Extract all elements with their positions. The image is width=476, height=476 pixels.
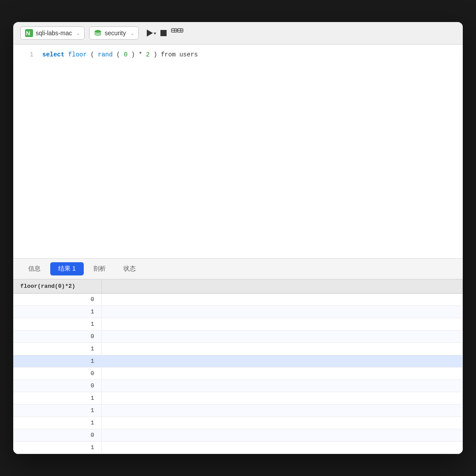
table-row: 1 bbox=[13, 442, 463, 454]
cell-empty bbox=[101, 405, 463, 417]
keyword-select: select bbox=[42, 51, 64, 58]
connection-chevron-icon: ⌄ bbox=[76, 31, 80, 36]
cell-value: 1 bbox=[13, 392, 101, 405]
table-row: 1 bbox=[13, 405, 463, 417]
cell-empty bbox=[101, 343, 463, 355]
cell-value: 0 bbox=[13, 331, 101, 343]
tab-analysis[interactable]: 剖析 bbox=[86, 262, 114, 275]
database-icon bbox=[94, 29, 102, 37]
cell-empty bbox=[101, 417, 463, 429]
cell-empty bbox=[101, 429, 463, 442]
paren-open1: ( bbox=[90, 51, 94, 58]
paren-close1: ) bbox=[153, 51, 157, 58]
paren-close2: ) bbox=[131, 51, 135, 58]
table-row: 1 bbox=[13, 417, 463, 429]
keyword-from: from bbox=[161, 51, 179, 58]
num-0: 0 bbox=[124, 51, 127, 58]
table-row: 1 bbox=[13, 306, 463, 318]
toolbar: N sqli-labs-mac ⌄ security ⌄ ▾ bbox=[13, 22, 463, 45]
table-row: 1 bbox=[13, 318, 463, 331]
tab-status[interactable]: 状态 bbox=[115, 262, 144, 275]
table-header-row: floor(rand(0)*2) bbox=[13, 279, 463, 294]
cell-value: 0 bbox=[13, 429, 101, 442]
cell-empty bbox=[101, 380, 463, 392]
table-row: 1 bbox=[13, 392, 463, 405]
run-dropdown-arrow-icon: ▾ bbox=[154, 31, 156, 36]
table-row: 0 bbox=[13, 429, 463, 442]
table-row: 1 bbox=[13, 355, 463, 368]
func-floor: floor bbox=[68, 51, 87, 58]
table-row: 1 bbox=[13, 343, 463, 355]
connection-dropdown[interactable]: N sqli-labs-mac ⌄ bbox=[20, 26, 85, 40]
explain-button[interactable] bbox=[171, 28, 183, 38]
code-line-1: 1 select floor ( rand ( 0 ) * 2 ) from u… bbox=[13, 50, 463, 60]
cell-empty bbox=[101, 318, 463, 331]
results-tabs-bar: 信息 结果 1 剖析 状态 bbox=[13, 259, 463, 279]
num-2: 2 bbox=[146, 51, 149, 58]
cell-empty bbox=[101, 331, 463, 343]
cell-value: 1 bbox=[13, 343, 101, 355]
run-triangle-icon bbox=[147, 30, 153, 37]
cell-empty bbox=[101, 306, 463, 318]
run-button[interactable]: ▾ bbox=[147, 30, 156, 37]
cell-empty bbox=[101, 392, 463, 405]
cell-value: 1 bbox=[13, 417, 101, 429]
cell-empty bbox=[101, 355, 463, 368]
cell-value: 1 bbox=[13, 442, 101, 454]
column-header-empty bbox=[101, 279, 463, 294]
tab-result1[interactable]: 结果 1 bbox=[50, 262, 84, 275]
table-name-users: users bbox=[179, 51, 198, 58]
connection-label: sqli-labs-mac bbox=[36, 30, 72, 37]
code-content-1: select floor ( rand ( 0 ) * 2 ) from use… bbox=[42, 50, 198, 60]
table-row: 0 bbox=[13, 368, 463, 380]
table-row: 0 bbox=[13, 380, 463, 392]
cell-value: 0 bbox=[13, 368, 101, 380]
connection-icon: N bbox=[25, 29, 33, 37]
svg-text:N: N bbox=[26, 30, 30, 37]
tab-info[interactable]: 信息 bbox=[20, 262, 48, 275]
cell-value: 0 bbox=[13, 294, 101, 306]
cell-empty bbox=[101, 442, 463, 454]
results-table: floor(rand(0)*2) 0110110011101 bbox=[13, 279, 463, 454]
cell-empty bbox=[101, 368, 463, 380]
cell-value: 1 bbox=[13, 355, 101, 368]
operator-mult: * bbox=[139, 51, 142, 58]
results-table-area: floor(rand(0)*2) 0110110011101 bbox=[13, 279, 463, 454]
line-number-1: 1 bbox=[20, 50, 33, 60]
paren-open2: ( bbox=[116, 51, 120, 58]
main-window: N sqli-labs-mac ⌄ security ⌄ ▾ bbox=[13, 22, 463, 454]
cell-empty bbox=[101, 294, 463, 306]
func-rand: rand bbox=[98, 51, 113, 58]
table-row: 0 bbox=[13, 331, 463, 343]
table-row: 0 bbox=[13, 294, 463, 306]
stop-button[interactable] bbox=[160, 30, 167, 36]
database-chevron-icon: ⌄ bbox=[130, 31, 134, 36]
cell-value: 0 bbox=[13, 380, 101, 392]
table-body: 0110110011101 bbox=[13, 294, 463, 454]
code-editor[interactable]: 1 select floor ( rand ( 0 ) * 2 ) from u… bbox=[13, 45, 463, 259]
cell-value: 1 bbox=[13, 405, 101, 417]
column-header-floor: floor(rand(0)*2) bbox=[13, 279, 101, 294]
database-dropdown[interactable]: security ⌄ bbox=[89, 26, 138, 40]
explain-icon bbox=[171, 28, 183, 38]
database-label: security bbox=[104, 30, 126, 37]
cell-value: 1 bbox=[13, 306, 101, 318]
cell-value: 1 bbox=[13, 318, 101, 331]
